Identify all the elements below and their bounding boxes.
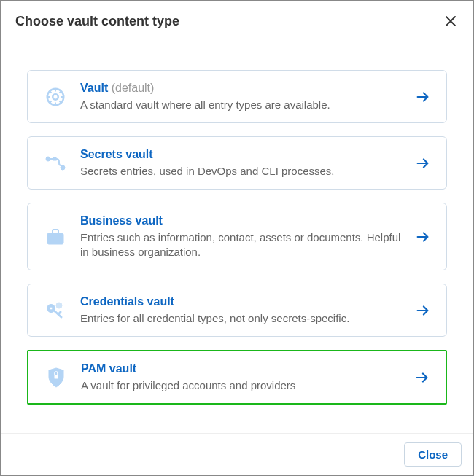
option-description: A vault for privileged accounts and prov… <box>81 378 406 393</box>
option-text: PAM vault A vault for privileged account… <box>81 362 406 393</box>
svg-rect-6 <box>53 230 58 233</box>
dialog-title: Choose vault content type <box>15 14 179 29</box>
arrow-right-icon <box>413 229 433 245</box>
arrow-right-icon <box>413 303 433 319</box>
option-title: PAM vault <box>81 362 406 377</box>
close-icon[interactable] <box>443 11 459 31</box>
option-description: Entries such as information, contact, as… <box>80 230 407 260</box>
briefcase-icon <box>41 227 70 246</box>
option-text: Business vault Entries such as informati… <box>80 214 407 260</box>
option-text: Vault (default) A standard vault where a… <box>80 81 407 112</box>
dialog-content: Vault (default) A standard vault where a… <box>1 42 473 433</box>
gear-outline-icon <box>41 86 70 108</box>
svg-point-1 <box>53 94 58 100</box>
option-pam-vault[interactable]: PAM vault A vault for privileged account… <box>27 350 447 405</box>
option-description: Entries for all credential types, not on… <box>80 311 407 326</box>
svg-point-2 <box>46 157 50 161</box>
arrow-right-icon <box>413 89 433 105</box>
option-vault-default[interactable]: Vault (default) A standard vault where a… <box>27 70 447 123</box>
svg-rect-5 <box>47 233 63 244</box>
arrow-right-icon <box>413 155 433 171</box>
option-title: Credentials vault <box>80 294 407 310</box>
option-text: Secrets vault Secrets entries, used in D… <box>80 147 407 179</box>
pipeline-icon <box>41 155 70 172</box>
option-title: Business vault <box>80 214 407 229</box>
dialog-header: Choose vault content type <box>1 1 473 42</box>
option-secrets-vault[interactable]: Secrets vault Secrets entries, used in D… <box>27 136 447 190</box>
arrow-right-icon <box>412 370 432 386</box>
option-title: Vault (default) <box>80 81 407 96</box>
svg-point-8 <box>50 307 53 310</box>
option-business-vault[interactable]: Business vault Entries such as informati… <box>27 203 447 270</box>
key-icon <box>41 301 70 320</box>
svg-rect-4 <box>53 157 56 160</box>
option-description: Secrets entries, used in DevOps and CLI … <box>80 164 407 179</box>
option-title: Secrets vault <box>80 147 407 163</box>
svg-rect-10 <box>54 375 58 379</box>
close-button[interactable]: Close <box>404 442 462 467</box>
option-text: Credentials vault Entries for all creden… <box>80 294 407 326</box>
dialog-footer: Close <box>1 433 473 475</box>
option-credentials-vault[interactable]: Credentials vault Entries for all creden… <box>27 284 447 337</box>
option-description: A standard vault where all entry types a… <box>80 98 407 112</box>
svg-point-9 <box>56 303 62 308</box>
shield-lock-icon <box>42 367 71 389</box>
